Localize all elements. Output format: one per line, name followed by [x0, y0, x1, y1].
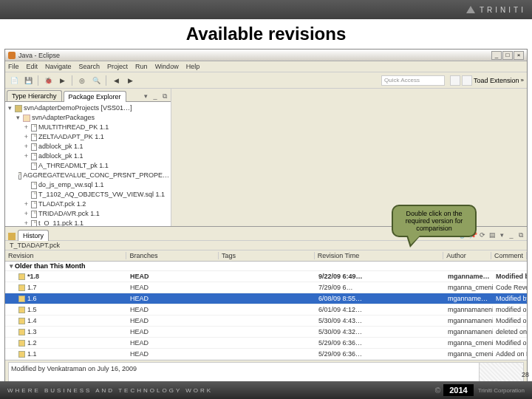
menu-run[interactable]: Run [135, 63, 148, 70]
tree-folder: ▾svnAdapterPackages [7, 113, 169, 123]
tree-item: +ZELTAADAPT_PK 1.1 [7, 132, 169, 142]
minimize-view-icon[interactable]: _ [507, 231, 516, 240]
tree-item: +adblock_pk 1.1 [7, 151, 169, 161]
minimize-button[interactable]: _ [491, 51, 502, 60]
left-tab-strip: Type Hierarchy Package Explorer ▾ _ ⧉ [5, 89, 171, 102]
maximize-button[interactable]: □ [502, 51, 513, 60]
open-perspective-icon[interactable] [450, 75, 460, 86]
maximize-view-icon[interactable]: ⧉ [160, 92, 169, 101]
footer-tagline: WHERE BUSINESS AND TECHNOLOGY WORK [7, 387, 435, 394]
col-time[interactable]: Revision Time [315, 252, 443, 259]
tree-item: do_js_emp_vw.sql 1.1 [7, 180, 169, 190]
refresh-icon[interactable]: ⟳ [478, 231, 487, 240]
bottom-panel: History 🔗 📌 ⟳ ▤ ▾ _ ⧉ T_TDADAPT.pck Revi… [5, 226, 527, 396]
table-header: Revision Branches Tags Revision Time Aut… [5, 250, 527, 262]
view-menu-icon[interactable]: ▾ [497, 231, 506, 240]
tree-project: ▾svnAdapterDemoProjects [VSS01…] [7, 103, 169, 113]
col-branches[interactable]: Branches [126, 252, 219, 259]
maximize-view-icon[interactable]: ⧉ [516, 231, 525, 240]
view-menu-icon[interactable]: ▾ [141, 92, 150, 101]
page-number: 28 [522, 371, 529, 378]
menu-project[interactable]: Project [107, 63, 128, 70]
package-explorer-tree[interactable]: ▾svnAdapterDemoProjects [VSS01…] ▾svnAda… [5, 102, 171, 226]
menu-navigate[interactable]: Navigate [45, 63, 72, 70]
tab-type-hierarchy[interactable]: Type Hierarchy [7, 90, 62, 101]
window-titlebar[interactable]: Java - Eclipse _ □ × [5, 50, 527, 61]
instruction-callout: Double click on the required version for… [392, 205, 477, 237]
table-row: 1.2HEAD5/29/09 6:36…mganna_cmeniModified… [5, 338, 527, 349]
commit-message-text: Modified by Venkatraman on July 16, 2009 [11, 365, 137, 372]
table-row: 1.1HEAD5/29/09 6:36…mganna_cmeniAdded on… [5, 349, 527, 360]
perspective-label: Toad Extension [474, 77, 519, 84]
menu-search[interactable]: Search [79, 63, 100, 70]
tree-item: +t_O_11.pck 1.1 [7, 219, 169, 226]
copyright-icon: © [435, 386, 440, 395]
menu-window[interactable]: Window [155, 63, 179, 70]
quick-access-placeholder: Quick Access [384, 77, 420, 83]
table-row: 1.5HEAD6/01/09 4:12…mgannamanenimodified… [5, 304, 527, 316]
tree-item: +TLADAT.pck 1.2 [7, 200, 169, 209]
brand-bar: TRINITI [0, 0, 532, 19]
col-author[interactable]: Author [443, 252, 491, 259]
back-icon[interactable]: ◀ [110, 75, 122, 86]
window-title: Java - Eclipse [18, 52, 491, 59]
open-type-icon[interactable]: ◎ [76, 75, 88, 86]
affected-paths-panel [479, 363, 523, 383]
run-icon[interactable]: ▶ [56, 75, 68, 86]
tree-item: A_THREADMLT_pk 1.1 [7, 161, 169, 171]
revision-group: ▾Older than This Month [5, 262, 527, 271]
toad-perspective-icon[interactable] [462, 75, 472, 86]
col-comment[interactable]: Comment [491, 252, 527, 259]
search-icon[interactable]: 🔍 [90, 75, 102, 86]
brand-name: TRINITI [480, 6, 526, 14]
menu-help[interactable]: Help [186, 63, 200, 70]
filter-icon[interactable]: ▤ [488, 231, 497, 240]
table-row: 1.3HEAD5/30/09 4:32…mgannamanenideleted … [5, 327, 527, 338]
slide-footer: WHERE BUSINESS AND TECHNOLOGY WORK © 201… [0, 381, 532, 399]
revision-table[interactable]: Revision Branches Tags Revision Time Aut… [5, 250, 527, 361]
menu-edit[interactable]: Edit [27, 63, 38, 70]
table-row: 1.7HEAD7/29/09 6…mganna_cmeniCode Revert… [5, 282, 527, 293]
tree-item: +adblock_pk 1.1 [7, 142, 169, 151]
eclipse-icon [8, 52, 16, 59]
menu-file[interactable]: File [8, 63, 19, 70]
footer-year: 2014 [443, 384, 473, 396]
minimize-view-icon[interactable]: _ [151, 92, 160, 101]
slide-title: Available revisions [0, 19, 532, 49]
left-panel: Type Hierarchy Package Explorer ▾ _ ⧉ ▾s… [5, 89, 171, 226]
save-icon[interactable]: 💾 [22, 75, 34, 86]
tab-package-explorer[interactable]: Package Explorer [64, 91, 126, 102]
perspective-switcher[interactable]: Toad Extension » [450, 75, 524, 86]
table-row: 1.4HEAD5/30/09 4:43…mgannamaneniModified… [5, 316, 527, 327]
tree-item: T_1102_AQ_OBJECTS_VW_VIEW.sql 1.1 [7, 190, 169, 200]
tree-item: +MULTITHREAD_PK 1.1 [7, 123, 169, 132]
history-icon [8, 233, 16, 240]
forward-icon[interactable]: ▶ [124, 75, 136, 86]
history-target: T_TDADAPT.pck [5, 240, 527, 250]
debug-icon[interactable]: 🐞 [42, 75, 54, 86]
tab-history[interactable]: History [18, 230, 49, 241]
footer-corp: Triniti Corporation [478, 387, 525, 394]
table-row: *1.8HEAD9/22/09 6:49…mganname…Modified b… [5, 271, 527, 282]
new-icon[interactable]: 📄 [8, 75, 20, 86]
main-toolbar: 📄 💾 🐞 ▶ ◎ 🔍 ◀ ▶ Quick Access Toad Extens… [5, 72, 527, 89]
col-revision[interactable]: Revision [5, 252, 126, 259]
close-button[interactable]: × [514, 51, 524, 60]
triniti-logo-icon [466, 6, 475, 13]
quick-access-input[interactable]: Quick Access [381, 75, 445, 86]
table-row-selected: 1.6HEAD6/08/09 8:55…mganname…Modified by… [5, 293, 527, 304]
tree-item: AGGREGATEVALUE_CONC_PRSNT_PROPE… [7, 171, 169, 180]
tree-item: +TRIDADAVR.pck 1.1 [7, 209, 169, 219]
menu-bar: File Edit Navigate Search Project Run Wi… [5, 61, 527, 72]
col-tags[interactable]: Tags [219, 252, 315, 259]
